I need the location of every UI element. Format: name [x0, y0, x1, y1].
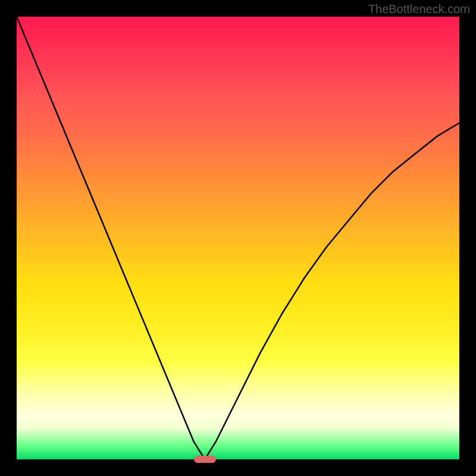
- bottleneck-curve: [17, 17, 459, 459]
- curve-layer: [17, 17, 459, 459]
- watermark-text: TheBottleneck.com: [368, 2, 470, 16]
- optimum-marker: [194, 456, 216, 462]
- plot-area: [17, 17, 459, 459]
